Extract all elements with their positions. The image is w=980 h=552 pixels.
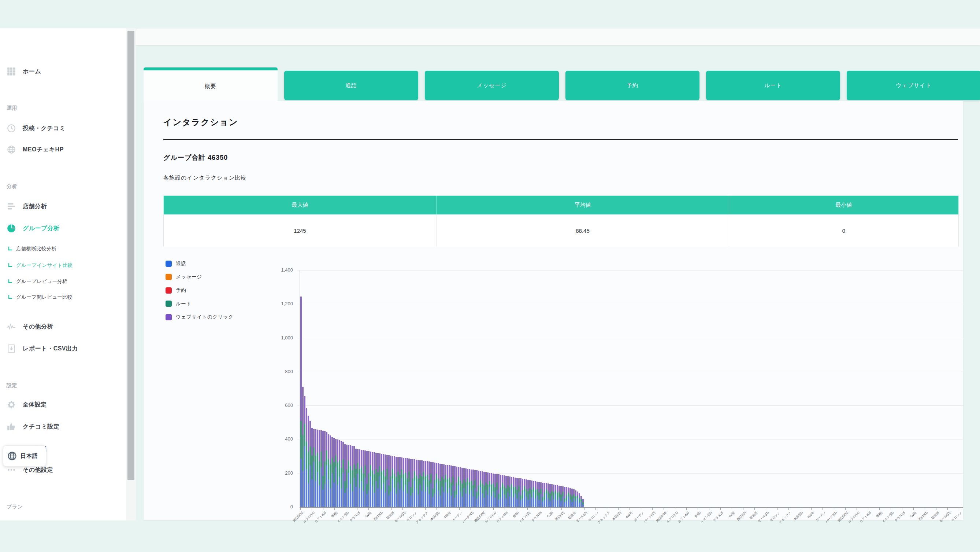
bar-segment-route [500,488,501,497]
bar-segment-route [452,477,454,486]
bar-segment-call [432,497,434,507]
legend-item-通話[interactable]: 通話 [165,260,186,267]
bar-segment-call [309,466,311,507]
x-tick [516,507,516,510]
legend-item-ルート[interactable]: ルート [165,301,191,307]
bar-segment-call [350,483,351,507]
bar-segment-call [540,494,542,507]
bar-segment-route [513,487,514,497]
sidebar-scrollbar-thumb[interactable] [127,31,134,480]
bar-segment-call [562,496,563,507]
bar-segment-web [529,480,531,488]
bar-segment-web [348,445,349,460]
bar-segment-web [333,438,335,462]
tab-ウェブサイト[interactable]: ウェブサイト [847,71,980,100]
tab-概要[interactable]: 概要 [143,70,278,102]
sidebar-item-report-csv[interactable]: レポート・CSV出力 [0,342,126,355]
sidebar-item-review-settings[interactable]: クチコミ設定 [0,420,126,433]
bar-segment-route [320,451,322,467]
bar-segment-web [496,474,498,483]
bar-segment-call [558,498,560,507]
content-card [143,101,963,520]
bar-segment-call [385,492,386,507]
sidebar-item-meo-cheki-hp[interactable]: MEOチェキHP [0,143,126,156]
legend-item-メッセージ[interactable]: メッセージ [165,274,202,281]
sidebar-item-other-analysis[interactable]: その他分析 [0,321,126,333]
x-tick [800,507,800,510]
x-tick [414,507,414,510]
bar-segment-call [482,493,483,507]
bar-segment-call [551,496,553,507]
bar-segment-call [370,477,371,507]
bar-segment-route [374,474,375,493]
bar-segment-web [536,482,538,489]
sidebar-item-group-analysis[interactable]: グループ分析 [0,222,126,235]
bar-segment-route [399,475,401,490]
x-tick [675,507,675,510]
group-total-label: グループ合計 46350 [163,153,228,162]
bar-segment-route [361,467,362,481]
bar-segment-web [412,459,414,478]
bar-segment-call [500,498,501,507]
sidebar-item-store-analysis[interactable]: 店舗分析 [0,200,126,212]
language-selector-chip[interactable]: 日本語 [3,445,46,467]
bar-segment-route [410,487,412,496]
bar-segment-route [489,481,490,487]
x-tick [879,507,880,510]
sidebar-item-home[interactable]: ホーム [0,65,126,78]
sidebar-item-global-settings[interactable]: 全体設定 [0,399,126,411]
bar-segment-call [553,499,554,507]
bar-segment-web [381,454,382,472]
bar-segment-web [304,396,305,424]
bar-segment-web [463,468,465,480]
bar-segment-call [397,483,399,507]
gridline [298,304,963,304]
list-icon [6,202,16,211]
bar-segment-web [570,488,571,495]
tab-通話[interactable]: 通話 [284,71,418,100]
legend-item-ウェブサイトのクリック[interactable]: ウェブサイトのクリック [165,314,233,321]
bar-segment-route [447,479,448,493]
bar-segment-route [421,477,423,490]
bar-segment-call [430,483,432,507]
bar-segment-route [315,456,317,481]
sidebar-item-cross-store-comparison[interactable]: 店舗横断比較分析 [0,242,126,255]
x-tick [380,507,380,510]
bar-segment-route [557,493,558,499]
bar-segment-route [308,452,309,483]
bar-segment-call [355,487,357,507]
legend-item-予約[interactable]: 予約 [165,287,186,294]
gridline [298,439,963,439]
bar-segment-call [331,473,333,507]
bar-segment-route [368,474,369,490]
bar-segment-web [513,477,514,488]
legend-swatch [165,261,172,267]
bar-segment-route [359,469,360,488]
bar-segment-call [300,458,302,507]
gear-icon [6,400,16,409]
tab-ルート[interactable]: ルート [706,71,840,100]
sidebar-item-posts-reviews[interactable]: 投稿・クチコミ [0,122,126,134]
bar-segment-call [498,499,500,507]
sidebar-item-label: グループ間レビュー比較 [16,294,73,301]
bar-segment-web [476,470,477,492]
sidebar-item-label: 分析 [6,183,17,190]
sidebar-item-group-review-analysis[interactable]: グループレビュー分析 [0,275,126,288]
legend-label: ウェブサイトのクリック [176,314,233,321]
tab-メッセージ[interactable]: メッセージ [425,71,559,100]
tab-予約[interactable]: 予約 [565,71,700,100]
bar-segment-call [322,489,324,507]
x-tick [834,507,834,510]
bar-segment-route [353,464,355,478]
bar-segment-route [538,492,540,500]
bar-segment-route [408,472,410,482]
bar-segment-route [331,458,333,473]
bar-segment-call [577,498,578,507]
bar-segment-route [339,460,340,477]
bar-segment-call [529,494,531,507]
sidebar-item-inter-group-review-comparison[interactable]: グループ間レビュー比較 [0,291,126,303]
bar-segment-web [478,471,479,485]
sidebar-item-group-insight-comparison[interactable]: グループインサイト比較 [0,259,126,271]
bar-segment-route [571,496,573,502]
bar-segment-call [573,498,574,507]
